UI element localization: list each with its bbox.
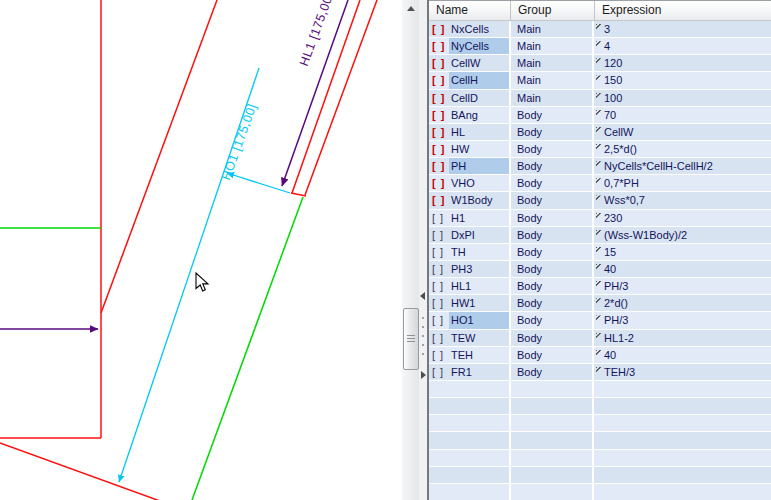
expression-cell: 40 (594, 261, 771, 277)
group-cell: Body (511, 210, 594, 226)
formula-marker-icon (596, 127, 602, 133)
empty-table-row[interactable] (429, 450, 771, 467)
formula-marker-icon (596, 281, 602, 287)
pane-splitter[interactable] (419, 0, 427, 500)
group-cell: Body (511, 107, 594, 123)
formula-marker-icon (596, 230, 602, 236)
name-cell: [ ]BAng (429, 107, 511, 123)
expression-cell: Wss*0,7 (594, 192, 771, 208)
table-row[interactable]: [ ]TEHBody40 (429, 347, 771, 364)
formula-marker-icon (596, 333, 602, 339)
drawing-canvas[interactable]: HO1 [175,00] HL1 [175,00] (0, 0, 402, 500)
parameter-name: TEW (449, 330, 509, 346)
formula-marker-icon (596, 178, 602, 184)
name-cell (429, 450, 511, 466)
formula-marker-icon (596, 367, 602, 373)
formula-marker-icon (596, 110, 602, 116)
table-row[interactable]: [ ]HO1BodyPH/3 (429, 312, 771, 329)
parameter-group: Body (517, 246, 542, 258)
table-row[interactable]: [ ]CellWMain120 (429, 55, 771, 72)
parameter-expression: 40 (604, 263, 616, 275)
table-row[interactable]: [ ]VHOBody0,7*PH (429, 175, 771, 192)
empty-table-row[interactable] (429, 381, 771, 398)
scroll-up-button[interactable] (402, 0, 419, 16)
table-row[interactable]: [ ]PH3Body40 (429, 261, 771, 278)
table-row[interactable]: [ ]HLBodyCellW (429, 124, 771, 141)
parameter-expression: 2*d() (604, 297, 628, 309)
empty-table-row[interactable] (429, 467, 771, 484)
parameter-name: HL (449, 124, 509, 140)
empty-table-row[interactable] (429, 484, 771, 500)
column-header-group[interactable]: Group (511, 1, 595, 20)
parameter-group: Body (517, 314, 542, 326)
collapse-left-icon[interactable] (420, 292, 425, 300)
table-row[interactable]: [ ]HW1Body2*d() (429, 295, 771, 312)
parameter-expression: 15 (604, 246, 616, 258)
collapse-right-icon[interactable] (421, 371, 426, 379)
empty-table-row[interactable] (429, 398, 771, 415)
column-header-name[interactable]: Name (429, 1, 511, 20)
varying-parameter-bracket-icon: [ ] (429, 23, 449, 35)
drawing-line-red (0, 443, 160, 500)
parameter-name: TH (449, 244, 509, 260)
table-row[interactable]: [ ]HWBody2,5*d() (429, 141, 771, 158)
group-cell: Body (511, 312, 594, 328)
name-cell: [ ]CellD (429, 90, 511, 106)
parameter-group: Body (517, 297, 542, 309)
table-row[interactable]: [ ]PHBodyNyCells*CellH-CellH/2 (429, 158, 771, 175)
group-cell: Main (511, 90, 594, 106)
group-cell (511, 467, 594, 483)
parameter-name: PH3 (449, 261, 509, 277)
name-cell (429, 415, 511, 431)
table-row[interactable]: [ ]CellDMain100 (429, 90, 771, 107)
parameter-group: Body (517, 366, 542, 378)
parameter-table-panel: Name Group Expression [ ]NxCellsMain3[ ]… (427, 0, 771, 500)
name-cell: [ ]NxCells (429, 21, 511, 37)
table-row[interactable]: [ ]HL1BodyPH/3 (429, 278, 771, 295)
thumb-grip-icon (407, 335, 415, 344)
expression-cell: NyCells*CellH-CellH/2 (594, 158, 771, 174)
parameter-expression: 150 (604, 74, 622, 86)
drawing-line-cyan (227, 173, 290, 193)
table-row[interactable]: [ ]CellHMain150 (429, 72, 771, 89)
group-cell: Body (511, 295, 594, 311)
formula-marker-icon (596, 58, 602, 64)
splitter-grip-dots-icon (422, 317, 424, 359)
group-cell: Body (511, 347, 594, 363)
table-row[interactable]: [ ]THBody15 (429, 244, 771, 261)
table-row[interactable]: [ ]W1BodyBodyWss*0,7 (429, 192, 771, 209)
parameter-expression: Wss*0,7 (604, 194, 645, 206)
name-cell: [ ]TEH (429, 347, 511, 363)
table-row[interactable]: [ ]BAngBody70 (429, 107, 771, 124)
formula-marker-icon (596, 24, 602, 30)
parameter-group: Main (517, 40, 541, 52)
parameter-expression: PH/3 (604, 280, 628, 292)
varying-parameter-bracket-icon: [ ] (429, 109, 449, 121)
table-row[interactable]: [ ]NyCellsMain4 (429, 38, 771, 55)
empty-table-row[interactable] (429, 432, 771, 449)
name-cell: [ ]FR1 (429, 364, 511, 380)
column-header-expression[interactable]: Expression (595, 1, 771, 20)
parameter-group: Body (517, 143, 542, 155)
group-cell: Body (511, 192, 594, 208)
canvas-vertical-scrollbar[interactable] (402, 0, 419, 500)
expression-cell (594, 398, 771, 414)
empty-table-row[interactable] (429, 415, 771, 432)
name-cell: [ ]CellH (429, 72, 511, 88)
group-cell (511, 381, 594, 397)
fixed-parameter-bracket-icon: [ ] (429, 366, 449, 378)
table-row[interactable]: [ ]DxPIBody(Wss-W1Body)/2 (429, 227, 771, 244)
table-row[interactable]: [ ]NxCellsMain3 (429, 21, 771, 38)
expression-cell: 2*d() (594, 295, 771, 311)
name-cell: [ ]HW1 (429, 295, 511, 311)
scrollbar-thumb[interactable] (403, 308, 419, 370)
table-row[interactable]: [ ]H1Body230 (429, 210, 771, 227)
triangle-up-icon (407, 6, 415, 11)
parameter-group: Body (517, 109, 542, 121)
table-row[interactable]: [ ]TEWBodyHL1-2 (429, 330, 771, 347)
name-cell: [ ]DxPI (429, 227, 511, 243)
table-row[interactable]: [ ]FR1BodyTEH/3 (429, 364, 771, 381)
varying-parameter-bracket-icon: [ ] (429, 194, 449, 206)
varying-parameter-bracket-icon: [ ] (429, 177, 449, 189)
group-cell (511, 398, 594, 414)
